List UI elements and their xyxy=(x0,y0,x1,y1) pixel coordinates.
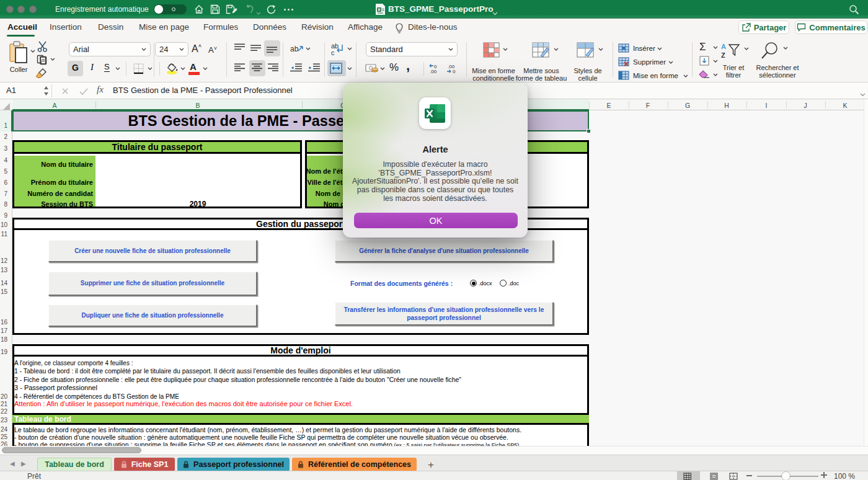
svg-text:A: A xyxy=(721,43,726,50)
svg-text:0: 0 xyxy=(453,69,456,74)
svg-text:ab: ab xyxy=(290,45,299,53)
svg-text:c: c xyxy=(331,49,335,56)
svg-text:Z: Z xyxy=(721,51,725,59)
svg-text:.00: .00 xyxy=(430,69,437,74)
